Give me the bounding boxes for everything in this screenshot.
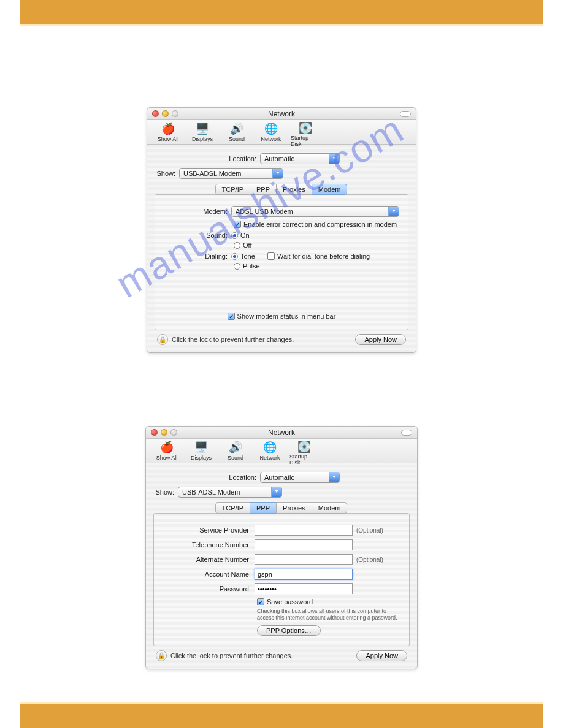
location-dropdown[interactable]: Automatic: [260, 472, 340, 483]
lock-text: Click the lock to prevent further change…: [172, 336, 294, 343]
dialing-pulse-radio[interactable]: [234, 263, 240, 270]
sound-on-label: On: [240, 232, 250, 239]
dialing-tone-label: Tone: [240, 252, 267, 260]
network-window-modem: Network 🍎Show All 🖥️Displays 🔊Sound 🌐Net…: [147, 107, 416, 353]
optional-label: (Optional): [356, 556, 383, 563]
toolbar-network[interactable]: 🌐Network: [256, 121, 286, 143]
password-label: Password:: [163, 585, 255, 593]
apple-icon: 🍎: [158, 440, 175, 455]
display-icon: 🖥️: [193, 440, 210, 455]
telephone-number-field[interactable]: [255, 539, 353, 550]
sound-off-radio[interactable]: [234, 242, 240, 249]
toolbar: 🍎Show All 🖥️Displays 🔊Sound 🌐Network 💽St…: [147, 120, 416, 145]
toolbar-startup-disk[interactable]: 💽Startup Disk: [291, 121, 320, 143]
toolbar-displays[interactable]: 🖥️Displays: [188, 121, 217, 143]
tab-modem[interactable]: Modem: [312, 502, 348, 514]
toolbar-show-all[interactable]: 🍎Show All: [152, 440, 182, 461]
sound-icon: 🔊: [228, 121, 245, 136]
tab-ppp[interactable]: PPP: [250, 502, 277, 514]
tab-tcpip[interactable]: TCP/IP: [215, 184, 250, 195]
account-name-field[interactable]: [255, 569, 353, 580]
toolbar-sound[interactable]: 🔊Sound: [221, 440, 250, 461]
enable-ec-label: Enable error correction and compression …: [243, 221, 397, 228]
tab-proxies[interactable]: Proxies: [276, 184, 312, 195]
network-icon: 🌐: [261, 440, 278, 455]
lock-icon[interactable]: 🔒: [157, 334, 168, 345]
footer-bar: [20, 702, 543, 728]
sound-off-label: Off: [243, 241, 251, 249]
lock-text: Click the lock to prevent further change…: [170, 652, 293, 659]
modem-dropdown[interactable]: ADSL USB Modem: [231, 206, 399, 217]
header-bar: [20, 0, 543, 26]
modem-panel: Modem: ADSL USB Modem Enable error corre…: [155, 194, 408, 330]
lock-icon[interactable]: 🔒: [156, 650, 167, 661]
tabs: TCP/IP PPP Proxies Modem: [155, 184, 408, 195]
toolbar-network[interactable]: 🌐Network: [255, 440, 285, 461]
wait-dialtone-label: Wait for dial tone before dialing: [277, 252, 370, 260]
titlebar: Network: [146, 427, 417, 439]
enable-ec-checkbox[interactable]: [234, 221, 241, 228]
wait-dialtone-checkbox[interactable]: [267, 252, 275, 260]
ppp-panel: Service Provider: (Optional) Telephone N…: [153, 513, 410, 646]
sound-on-radio[interactable]: [231, 232, 238, 239]
telephone-number-label: Telephone Number:: [163, 541, 255, 548]
alternate-number-field[interactable]: [255, 554, 353, 565]
network-icon: 🌐: [262, 121, 280, 136]
location-label: Location:: [223, 155, 260, 162]
modem-label: Modem:: [164, 208, 231, 215]
show-dropdown[interactable]: USB-ADSL Modem: [178, 487, 282, 498]
apply-now-button[interactable]: Apply Now: [356, 650, 407, 661]
window-title: Network: [147, 110, 416, 118]
window-title: Network: [146, 428, 417, 437]
dialing-tone-radio[interactable]: [231, 253, 238, 260]
toolbar-startup-disk[interactable]: 💽Startup Disk: [289, 440, 319, 461]
tab-tcpip[interactable]: TCP/IP: [215, 502, 250, 514]
location-label: Location:: [223, 474, 260, 481]
sound-label: Sound:: [164, 232, 231, 239]
tab-ppp[interactable]: PPP: [250, 184, 277, 195]
show-label: Show:: [153, 488, 178, 496]
disk-icon: 💽: [296, 440, 313, 453]
account-name-label: Account Name:: [163, 571, 255, 578]
show-status-checkbox[interactable]: [228, 313, 235, 320]
save-password-checkbox[interactable]: [257, 598, 264, 605]
toolbar: 🍎Show All 🖥️Displays 🔊Sound 🌐Network 💽St…: [146, 439, 417, 463]
service-provider-label: Service Provider:: [163, 526, 255, 534]
service-provider-field[interactable]: [255, 525, 353, 536]
location-dropdown[interactable]: Automatic: [260, 153, 340, 164]
disk-icon: 💽: [297, 121, 314, 135]
show-status-label: Show modem status in menu bar: [237, 313, 336, 320]
sound-icon: 🔊: [227, 440, 244, 455]
toolbar-sound[interactable]: 🔊Sound: [222, 121, 251, 143]
tabs: TCP/IP PPP Proxies Modem: [153, 502, 410, 514]
tab-modem[interactable]: Modem: [312, 184, 348, 195]
titlebar: Network: [147, 108, 416, 120]
dialing-pulse-label: Pulse: [243, 262, 260, 270]
apply-now-button[interactable]: Apply Now: [355, 334, 406, 345]
dialing-label: Dialing:: [164, 252, 231, 260]
save-password-label: Save password: [267, 598, 313, 605]
optional-label: (Optional): [356, 527, 383, 534]
alternate-number-label: Alternate Number:: [163, 556, 255, 563]
network-window-ppp: Network 🍎Show All 🖥️Displays 🔊Sound 🌐Net…: [145, 426, 418, 669]
display-icon: 🖥️: [194, 121, 211, 136]
password-field[interactable]: [255, 583, 353, 594]
toolbar-toggle-icon[interactable]: [401, 430, 412, 436]
tab-proxies[interactable]: Proxies: [276, 502, 312, 514]
show-label: Show:: [155, 170, 179, 177]
save-password-hint: Checking this box allows all users of th…: [257, 608, 398, 621]
show-dropdown[interactable]: USB-ADSL Modem: [179, 168, 283, 179]
toolbar-toggle-icon[interactable]: [400, 111, 411, 117]
toolbar-show-all[interactable]: 🍎Show All: [153, 121, 183, 143]
ppp-options-button[interactable]: PPP Options…: [257, 625, 321, 636]
apple-icon: 🍎: [159, 121, 177, 136]
toolbar-displays[interactable]: 🖥️Displays: [186, 440, 216, 461]
